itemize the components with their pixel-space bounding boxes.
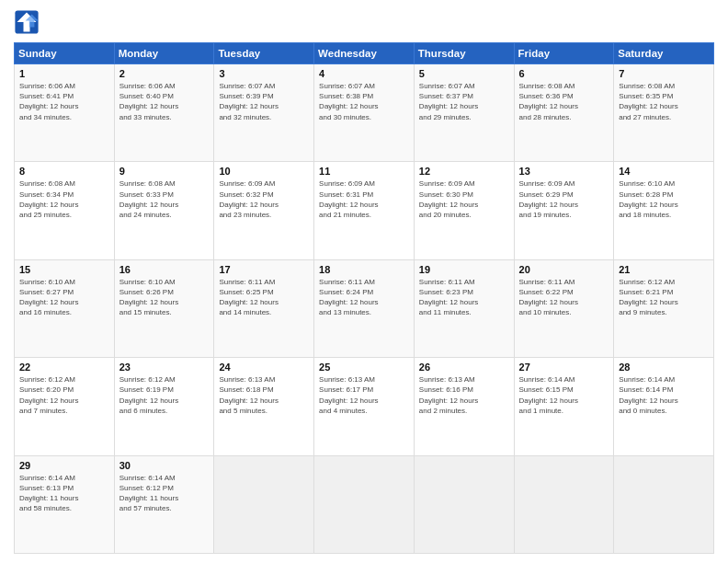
day-info: Sunrise: 6:08 AM Sunset: 6:33 PM Dayligh… xyxy=(119,178,210,220)
day-number: 15 xyxy=(19,264,109,275)
day-number: 8 xyxy=(19,166,109,177)
day-number: 23 xyxy=(119,362,210,373)
weekday-header-wednesday: Wednesday xyxy=(314,43,415,64)
day-cell: 15Sunrise: 6:10 AM Sunset: 6:27 PM Dayli… xyxy=(15,259,115,357)
day-number: 9 xyxy=(119,166,210,177)
day-info: Sunrise: 6:10 AM Sunset: 6:27 PM Dayligh… xyxy=(19,277,109,318)
day-info: Sunrise: 6:10 AM Sunset: 6:28 PM Dayligh… xyxy=(619,178,709,220)
week-row-5: 29Sunrise: 6:14 AM Sunset: 6:13 PM Dayli… xyxy=(15,455,714,553)
day-number: 22 xyxy=(19,362,109,373)
day-number: 30 xyxy=(119,460,210,471)
week-row-3: 15Sunrise: 6:10 AM Sunset: 6:27 PM Dayli… xyxy=(15,259,714,357)
day-info: Sunrise: 6:09 AM Sunset: 6:29 PM Dayligh… xyxy=(519,178,609,220)
day-info: Sunrise: 6:08 AM Sunset: 6:36 PM Dayligh… xyxy=(519,81,609,122)
week-row-4: 22Sunrise: 6:12 AM Sunset: 6:20 PM Dayli… xyxy=(15,358,714,455)
page: SundayMondayTuesdayWednesdayThursdayFrid… xyxy=(0,0,728,563)
day-info: Sunrise: 6:07 AM Sunset: 6:39 PM Dayligh… xyxy=(219,81,309,122)
day-cell: 2Sunrise: 6:06 AM Sunset: 6:40 PM Daylig… xyxy=(114,64,214,162)
day-cell xyxy=(614,455,714,553)
day-number: 26 xyxy=(419,362,509,373)
day-info: Sunrise: 6:09 AM Sunset: 6:31 PM Dayligh… xyxy=(319,178,409,220)
day-cell xyxy=(214,455,314,553)
weekday-header-saturday: Saturday xyxy=(614,43,714,64)
weekday-header-monday: Monday xyxy=(114,43,214,64)
day-info: Sunrise: 6:13 AM Sunset: 6:16 PM Dayligh… xyxy=(419,374,509,416)
day-cell: 4Sunrise: 6:07 AM Sunset: 6:38 PM Daylig… xyxy=(314,64,415,162)
day-cell: 13Sunrise: 6:09 AM Sunset: 6:29 PM Dayli… xyxy=(514,162,614,259)
day-number: 19 xyxy=(419,264,509,275)
day-info: Sunrise: 6:13 AM Sunset: 6:17 PM Dayligh… xyxy=(319,374,409,416)
day-number: 14 xyxy=(619,166,709,177)
day-cell: 21Sunrise: 6:12 AM Sunset: 6:21 PM Dayli… xyxy=(614,259,714,357)
day-info: Sunrise: 6:14 AM Sunset: 6:13 PM Dayligh… xyxy=(19,473,109,514)
day-info: Sunrise: 6:11 AM Sunset: 6:23 PM Dayligh… xyxy=(419,277,509,318)
weekday-header-tuesday: Tuesday xyxy=(214,43,314,64)
day-cell: 20Sunrise: 6:11 AM Sunset: 6:22 PM Dayli… xyxy=(514,259,614,357)
day-info: Sunrise: 6:06 AM Sunset: 6:41 PM Dayligh… xyxy=(19,81,109,122)
day-cell xyxy=(514,455,614,553)
day-cell: 3Sunrise: 6:07 AM Sunset: 6:39 PM Daylig… xyxy=(214,64,314,162)
header xyxy=(14,9,714,35)
day-info: Sunrise: 6:11 AM Sunset: 6:24 PM Dayligh… xyxy=(319,277,409,318)
day-number: 2 xyxy=(119,68,210,79)
day-info: Sunrise: 6:11 AM Sunset: 6:22 PM Dayligh… xyxy=(519,277,609,318)
weekday-header-thursday: Thursday xyxy=(414,43,514,64)
day-cell: 5Sunrise: 6:07 AM Sunset: 6:37 PM Daylig… xyxy=(414,64,514,162)
day-cell: 11Sunrise: 6:09 AM Sunset: 6:31 PM Dayli… xyxy=(314,162,415,259)
day-number: 16 xyxy=(119,264,210,275)
day-cell: 26Sunrise: 6:13 AM Sunset: 6:16 PM Dayli… xyxy=(414,358,514,455)
day-cell xyxy=(414,455,514,553)
logo xyxy=(14,9,43,35)
week-row-2: 8Sunrise: 6:08 AM Sunset: 6:34 PM Daylig… xyxy=(15,162,714,259)
day-info: Sunrise: 6:08 AM Sunset: 6:35 PM Dayligh… xyxy=(619,81,709,122)
day-info: Sunrise: 6:07 AM Sunset: 6:38 PM Dayligh… xyxy=(319,81,409,122)
day-cell: 12Sunrise: 6:09 AM Sunset: 6:30 PM Dayli… xyxy=(414,162,514,259)
day-number: 1 xyxy=(19,68,109,79)
day-cell: 16Sunrise: 6:10 AM Sunset: 6:26 PM Dayli… xyxy=(114,259,214,357)
day-cell: 27Sunrise: 6:14 AM Sunset: 6:15 PM Dayli… xyxy=(514,358,614,455)
day-number: 17 xyxy=(219,264,309,275)
weekday-header-sunday: Sunday xyxy=(15,43,115,64)
day-info: Sunrise: 6:14 AM Sunset: 6:14 PM Dayligh… xyxy=(619,374,709,416)
day-cell: 28Sunrise: 6:14 AM Sunset: 6:14 PM Dayli… xyxy=(614,358,714,455)
day-number: 20 xyxy=(519,264,609,275)
day-number: 27 xyxy=(519,362,609,373)
day-number: 12 xyxy=(419,166,509,177)
day-cell: 7Sunrise: 6:08 AM Sunset: 6:35 PM Daylig… xyxy=(614,64,714,162)
day-cell: 30Sunrise: 6:14 AM Sunset: 6:12 PM Dayli… xyxy=(114,455,214,553)
weekday-header-friday: Friday xyxy=(514,43,614,64)
day-number: 11 xyxy=(319,166,409,177)
day-cell: 8Sunrise: 6:08 AM Sunset: 6:34 PM Daylig… xyxy=(15,162,115,259)
day-cell: 23Sunrise: 6:12 AM Sunset: 6:19 PM Dayli… xyxy=(114,358,214,455)
day-cell: 24Sunrise: 6:13 AM Sunset: 6:18 PM Dayli… xyxy=(214,358,314,455)
day-number: 29 xyxy=(19,460,109,471)
day-info: Sunrise: 6:09 AM Sunset: 6:32 PM Dayligh… xyxy=(219,178,309,220)
day-cell: 10Sunrise: 6:09 AM Sunset: 6:32 PM Dayli… xyxy=(214,162,314,259)
day-number: 21 xyxy=(619,264,709,275)
day-cell: 19Sunrise: 6:11 AM Sunset: 6:23 PM Dayli… xyxy=(414,259,514,357)
day-number: 4 xyxy=(319,68,409,79)
day-cell: 17Sunrise: 6:11 AM Sunset: 6:25 PM Dayli… xyxy=(214,259,314,357)
day-cell: 25Sunrise: 6:13 AM Sunset: 6:17 PM Dayli… xyxy=(314,358,415,455)
day-cell: 9Sunrise: 6:08 AM Sunset: 6:33 PM Daylig… xyxy=(114,162,214,259)
day-cell: 6Sunrise: 6:08 AM Sunset: 6:36 PM Daylig… xyxy=(514,64,614,162)
day-number: 25 xyxy=(319,362,409,373)
day-info: Sunrise: 6:12 AM Sunset: 6:19 PM Dayligh… xyxy=(119,374,210,416)
day-number: 28 xyxy=(619,362,709,373)
day-info: Sunrise: 6:12 AM Sunset: 6:21 PM Dayligh… xyxy=(619,277,709,318)
day-number: 13 xyxy=(519,166,609,177)
day-info: Sunrise: 6:10 AM Sunset: 6:26 PM Dayligh… xyxy=(119,277,210,318)
day-info: Sunrise: 6:07 AM Sunset: 6:37 PM Dayligh… xyxy=(419,81,509,122)
day-number: 6 xyxy=(519,68,609,79)
day-cell xyxy=(314,455,415,553)
day-number: 7 xyxy=(619,68,709,79)
day-info: Sunrise: 6:13 AM Sunset: 6:18 PM Dayligh… xyxy=(219,374,309,416)
day-cell: 29Sunrise: 6:14 AM Sunset: 6:13 PM Dayli… xyxy=(15,455,115,553)
day-info: Sunrise: 6:06 AM Sunset: 6:40 PM Dayligh… xyxy=(119,81,210,122)
day-info: Sunrise: 6:12 AM Sunset: 6:20 PM Dayligh… xyxy=(19,374,109,416)
day-info: Sunrise: 6:14 AM Sunset: 6:12 PM Dayligh… xyxy=(119,473,210,514)
day-cell: 1Sunrise: 6:06 AM Sunset: 6:41 PM Daylig… xyxy=(15,64,115,162)
day-info: Sunrise: 6:08 AM Sunset: 6:34 PM Dayligh… xyxy=(19,178,109,220)
day-cell: 18Sunrise: 6:11 AM Sunset: 6:24 PM Dayli… xyxy=(314,259,415,357)
day-number: 18 xyxy=(319,264,409,275)
